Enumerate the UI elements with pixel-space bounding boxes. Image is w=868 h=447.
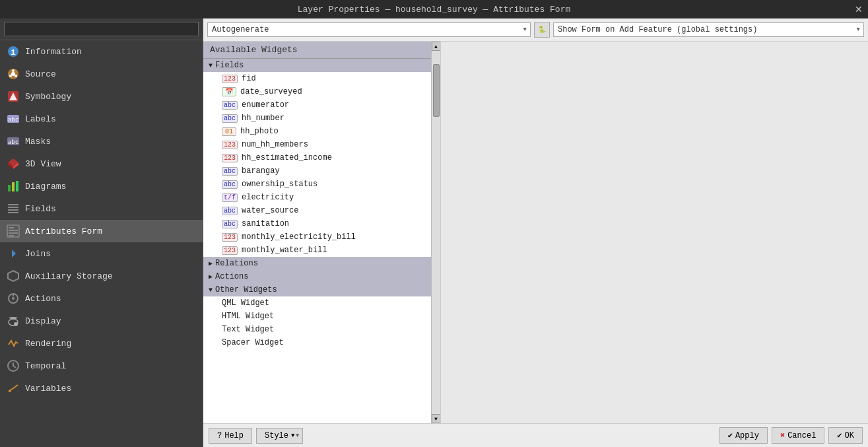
widget-item-ownership_status[interactable]: abcownership_status [203,178,440,191]
widgets-panel: Available Widgets Fields123fid📅date_surv… [203,42,441,423]
widget-item-hh_number[interactable]: abchh_number [203,112,440,125]
source-icon [7,67,20,81]
widget-item-label: monthly_electricity_bill [242,232,356,242]
svg-rect-16 [8,185,11,191]
svg-marker-29 [8,271,18,281]
sidebar-item-label-symbology: Symbology [25,92,71,102]
svg-point-3 [11,72,15,76]
sidebar-item-source[interactable]: Source [0,63,203,85]
sidebar-item-masks[interactable]: abcMasks [0,130,203,153]
sidebar-item-label-masks: Masks [25,137,51,147]
sidebar-item-variables[interactable]: Variables [0,377,203,399]
apply-button[interactable]: ✔ Apply [719,427,768,444]
sidebar-item-diagrams[interactable]: Diagrams [0,175,203,197]
field-type-icon: abc [222,180,238,189]
sidebar-item-attributes-form[interactable]: Attributes Form [0,220,203,242]
sidebar-item-fields[interactable]: Fields [0,197,203,220]
widget-category-actions[interactable]: Actions [203,270,440,283]
sidebar-item-label-auxiliary-storage: Auxiliary Storage [25,271,113,281]
widget-item-label: num_hh_members [242,140,308,149]
sidebar-item-label-source: Source [25,69,56,79]
widget-category-other-widgets[interactable]: Other Widgets [203,283,440,296]
widget-item-spacer-widget[interactable]: Spacer Widget [203,336,440,349]
widget-item-label: barangay [242,166,280,176]
widget-item-label: ownership_status [242,180,317,189]
help-button[interactable]: ? Help [209,428,252,444]
widget-item-monthly_water_bill[interactable]: 123monthly_water_bill [203,244,440,257]
field-type-icon: abc [222,207,238,215]
information-icon: i [7,45,20,58]
sidebar-item-temporal[interactable]: Temporal [0,355,203,377]
variables-icon [7,382,20,395]
sidebar-item-3dview[interactable]: 3D View [0,153,203,175]
widget-item-text-widget[interactable]: Text Widget [203,323,440,336]
widget-item-hh_estimated_income[interactable]: 123hh_estimated_income [203,151,440,164]
widget-item-enumerator[interactable]: abcenumerator [203,98,440,112]
widget-category-fields[interactable]: Fields [203,59,440,72]
apply-label: Apply [735,431,759,440]
field-type-icon: abc [222,101,238,110]
sidebar-item-labels[interactable]: abcLabels [0,108,203,130]
show-form-select[interactable]: Show Form on Add Feature (global setting… [553,22,864,37]
python-button[interactable]: 🐍 [534,22,550,38]
close-button[interactable]: ✕ [855,4,863,15]
widget-item-date_surveyed[interactable]: 📅date_surveyed [203,85,440,98]
ok-button[interactable]: ✔ OK [828,427,863,444]
cancel-x-icon: ✖ [780,430,785,440]
bottom-bar: ? Help Style ▼ ✔ Apply ✖ Cancel ✔ OK [203,423,868,447]
widget-item-sanitation[interactable]: abcsanitation [203,217,440,230]
sidebar-item-rendering[interactable]: Rendering [0,332,203,355]
widget-item-hh_photo[interactable]: 01hh_photo [203,125,440,138]
widget-item-label: monthly_water_bill [242,246,327,255]
svg-line-37 [13,366,16,368]
show-form-wrapper: Show Form on Add Feature (global setting… [553,22,864,37]
autogenerate-select[interactable]: AutogenerateDrag and Drop Designer [207,22,531,37]
widget-item-electricity[interactable]: t/felectricity [203,191,440,204]
sidebar-item-joins[interactable]: Joins [0,242,203,265]
sidebar-item-information[interactable]: iInformation [0,40,203,63]
sidebar-item-label-information: Information [25,47,82,57]
widget-item-label: hh_number [242,114,284,123]
category-label-actions: Actions [215,272,248,281]
scrollbar-track[interactable]: ▲ ▼ [431,42,440,423]
svg-point-39 [9,390,11,392]
scroll-down-arrow[interactable]: ▼ [432,414,441,423]
sidebar-item-display[interactable]: Display [0,310,203,332]
svg-point-5 [15,75,17,77]
sidebar-item-label-joins: Joins [25,249,51,259]
svg-point-4 [12,69,15,72]
sidebar-item-auxiliary-storage[interactable]: Auxiliary Storage [0,265,203,287]
scrollbar-thumb[interactable] [433,64,440,117]
cancel-button[interactable]: ✖ Cancel [772,427,824,444]
widget-item-qml-widget[interactable]: QML Widget [203,296,440,310]
widget-item-water_source[interactable]: abcwater_source [203,204,440,217]
field-type-icon: 123 [222,246,238,255]
labels-icon: abc [7,112,20,125]
style-dropdown-icon: ▼ [291,432,294,439]
widget-item-monthly_electricity_bill[interactable]: 123monthly_electricity_bill [203,230,440,244]
widget-item-num_hh_members[interactable]: 123num_hh_members [203,138,440,151]
widget-item-label: electricity [242,193,294,202]
widget-item-fid[interactable]: 123fid [203,72,440,85]
widget-item-html-widget[interactable]: HTML Widget [203,310,440,323]
svg-point-6 [9,75,12,77]
search-input[interactable] [4,22,199,36]
widget-item-label: water_source [242,206,298,215]
temporal-icon [7,359,20,372]
widget-item-label: fid [242,74,256,83]
apply-checkmark-icon: ✔ [728,430,733,440]
category-label-fields: Fields [215,61,244,70]
svg-marker-28 [12,250,16,258]
scroll-up-arrow[interactable]: ▲ [432,42,441,51]
svg-point-31 [12,297,15,300]
sidebar-item-label-labels: Labels [25,114,56,124]
svg-rect-19 [8,204,18,205]
sidebar-item-actions[interactable]: Actions [0,287,203,310]
sidebar-item-label-attributes-form: Attributes Form [25,226,102,236]
widget-category-relations[interactable]: Relations [203,257,440,270]
style-button[interactable]: Style ▼ [256,428,303,444]
sidebar-item-symbology[interactable]: Symbology [0,85,203,108]
widget-item-barangay[interactable]: abcbarangay [203,164,440,178]
auxiliary-storage-icon [7,269,20,283]
widgets-header: Available Widgets [203,42,440,59]
